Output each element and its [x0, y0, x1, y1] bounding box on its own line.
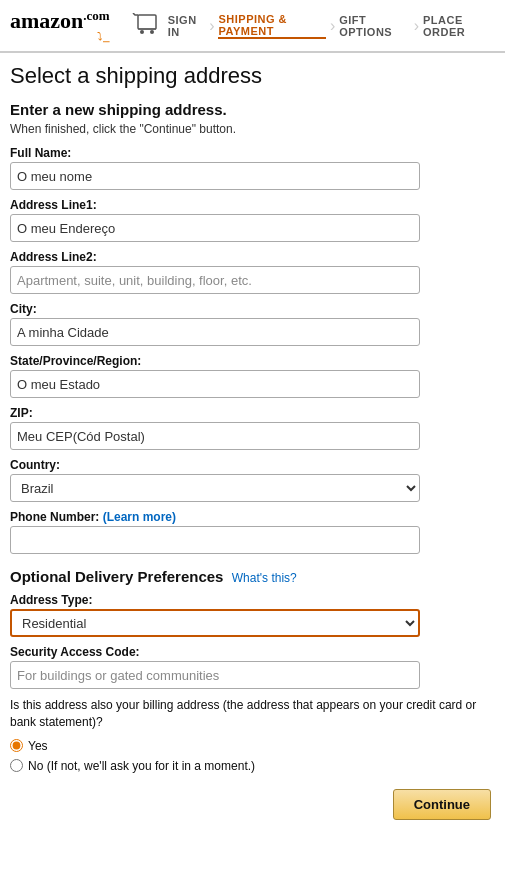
billing-yes-radio[interactable] [10, 739, 23, 752]
country-select[interactable]: Brazil United States Canada Argentina Co… [10, 474, 420, 502]
address2-label: Address Line2: [10, 250, 495, 264]
continue-btn-area: Continue [10, 789, 495, 820]
security-code-input[interactable] [10, 661, 420, 689]
security-code-label: Security Access Code: [10, 645, 495, 659]
step-divider-2: › [330, 17, 335, 35]
step-divider-1: › [209, 17, 214, 35]
city-label: City: [10, 302, 495, 316]
full-name-label: Full Name: [10, 146, 495, 160]
phone-group: Phone Number: (Learn more) [10, 510, 495, 554]
step-sign-in[interactable]: SIGN IN [168, 14, 205, 38]
svg-rect-0 [138, 15, 156, 29]
country-label: Country: [10, 458, 495, 472]
address2-group: Address Line2: [10, 250, 495, 294]
logo-text: amazon.com [10, 8, 110, 33]
city-group: City: [10, 302, 495, 346]
billing-no-radio[interactable] [10, 759, 23, 772]
billing-yes-label[interactable]: Yes [10, 739, 495, 753]
step-nav: SIGN IN › SHIPPING & PAYMENT › GIFT OPTI… [168, 13, 495, 39]
learn-more-link[interactable]: (Learn more) [103, 510, 176, 524]
step-shipping-payment[interactable]: SHIPPING & PAYMENT [218, 13, 325, 39]
main-content: Select a shipping address Enter a new sh… [0, 53, 505, 840]
billing-yes-text: Yes [28, 739, 48, 753]
address-type-group: Address Type: Residential Commercial PO … [10, 593, 495, 637]
header: amazon.com ⤵⎯ SIGN IN › SHIPPING & PAYME… [0, 0, 505, 52]
cart-icon [130, 13, 158, 38]
address1-input[interactable] [10, 214, 420, 242]
billing-question-text: Is this address also your billing addres… [10, 697, 495, 731]
billing-radio-group: Yes No (If not, we'll ask you for it in … [10, 739, 495, 773]
svg-point-1 [140, 30, 144, 34]
address1-label: Address Line1: [10, 198, 495, 212]
page-title: Select a shipping address [10, 63, 495, 89]
full-name-group: Full Name: [10, 146, 495, 190]
full-name-input[interactable] [10, 162, 420, 190]
state-group: State/Province/Region: [10, 354, 495, 398]
checkout-steps: SIGN IN › SHIPPING & PAYMENT › GIFT OPTI… [130, 13, 495, 39]
continue-button[interactable]: Continue [393, 789, 491, 820]
logo-com: .com [83, 8, 109, 23]
svg-point-2 [150, 30, 154, 34]
address2-input[interactable] [10, 266, 420, 294]
step-gift-options[interactable]: GIFT OPTIONS [339, 14, 409, 38]
zip-group: ZIP: [10, 406, 495, 450]
billing-no-label[interactable]: No (If not, we'll ask you for it in a mo… [10, 759, 495, 773]
optional-delivery-header: Optional Delivery Preferences What's thi… [10, 568, 495, 585]
zip-label: ZIP: [10, 406, 495, 420]
amazon-logo[interactable]: amazon.com ⤵⎯ [10, 8, 110, 43]
address1-group: Address Line1: [10, 198, 495, 242]
section-title: Enter a new shipping address. [10, 101, 495, 118]
zip-input[interactable] [10, 422, 420, 450]
phone-label: Phone Number: (Learn more) [10, 510, 495, 524]
phone-input[interactable] [10, 526, 420, 554]
instruction-text: When finished, click the "Continue" butt… [10, 122, 495, 136]
address-type-label: Address Type: [10, 593, 495, 607]
address-type-select[interactable]: Residential Commercial PO Box [10, 609, 420, 637]
state-input[interactable] [10, 370, 420, 398]
state-label: State/Province/Region: [10, 354, 495, 368]
step-place-order[interactable]: PLACE ORDER [423, 14, 495, 38]
step-divider-3: › [414, 17, 419, 35]
country-group: Country: Brazil United States Canada Arg… [10, 458, 495, 502]
security-code-group: Security Access Code: [10, 645, 495, 689]
city-input[interactable] [10, 318, 420, 346]
billing-no-text: No (If not, we'll ask you for it in a mo… [28, 759, 255, 773]
whats-this-link[interactable]: What's this? [232, 571, 297, 585]
